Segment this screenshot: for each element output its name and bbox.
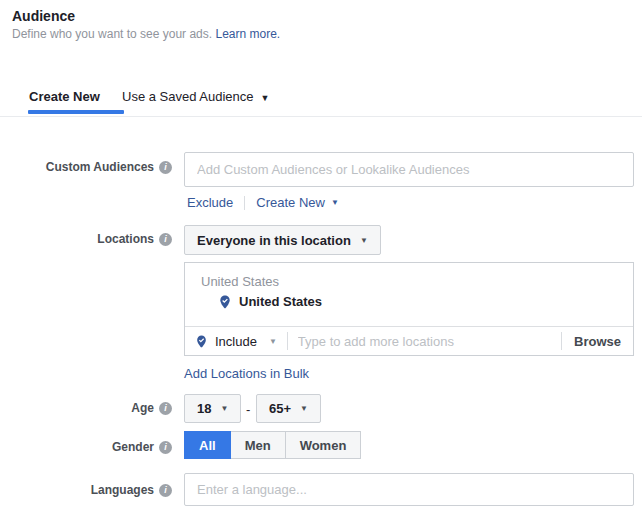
languages-label-text: Languages — [91, 483, 154, 497]
gender-option-all[interactable]: All — [184, 431, 231, 459]
locations-box: United States United States Include ▼ Br… — [184, 262, 634, 356]
include-dropdown-label: Include — [215, 334, 257, 349]
age-range-separator: - — [246, 402, 250, 417]
active-tab-underline — [28, 110, 124, 114]
caret-down-icon: ▼ — [220, 404, 228, 413]
gender-segmented-control: All Men Women — [184, 431, 361, 459]
exclude-link[interactable]: Exclude — [187, 195, 233, 210]
tab-create-new-label: Create New — [29, 89, 100, 104]
location-pin-icon — [195, 335, 208, 348]
gender-label-text: Gender — [112, 440, 154, 454]
include-dropdown[interactable]: Include ▼ — [195, 334, 277, 349]
create-new-link-label: Create New — [256, 195, 325, 210]
tabbar-divider — [0, 116, 642, 117]
gender-option-men[interactable]: Men — [230, 431, 286, 459]
age-label: Age i — [0, 401, 172, 415]
gender-label: Gender i — [0, 440, 172, 454]
info-icon[interactable]: i — [159, 233, 172, 246]
languages-label: Languages i — [0, 483, 172, 497]
page-subtitle-text: Define who you want to see your ads. — [12, 27, 212, 41]
locations-label: Locations i — [0, 232, 172, 246]
caret-down-icon: ▼ — [360, 236, 368, 245]
tab-saved-audience-label: Use a Saved Audience — [122, 89, 254, 104]
info-icon[interactable]: i — [159, 441, 172, 454]
page-subtitle: Define who you want to see your ads. Lea… — [12, 27, 280, 41]
tab-use-saved-audience[interactable]: Use a Saved Audience▼ — [122, 89, 269, 104]
browse-button[interactable]: Browse — [562, 334, 633, 349]
info-icon[interactable]: i — [159, 402, 172, 415]
age-max-dropdown[interactable]: 65+ ▼ — [256, 394, 321, 423]
location-group-header: United States — [201, 274, 279, 289]
custom-audiences-input[interactable] — [184, 152, 634, 187]
page-title: Audience — [12, 8, 75, 24]
tab-create-new[interactable]: Create New — [29, 89, 100, 104]
learn-more-link[interactable]: Learn more. — [215, 27, 280, 41]
custom-audiences-label: Custom Audiences i — [0, 160, 172, 174]
custom-audiences-label-text: Custom Audiences — [46, 160, 154, 174]
create-new-link[interactable]: Create New — [256, 195, 325, 210]
info-icon[interactable]: i — [159, 161, 172, 174]
location-pin-icon — [218, 295, 232, 309]
links-divider — [244, 196, 245, 210]
info-icon[interactable]: i — [159, 484, 172, 497]
age-min-dropdown[interactable]: 18 ▼ — [184, 394, 241, 423]
age-label-text: Age — [131, 401, 154, 415]
caret-down-icon: ▼ — [261, 93, 270, 103]
selected-location-name: United States — [239, 294, 322, 309]
location-scope-dropdown[interactable]: Everyone in this location ▼ — [184, 225, 381, 255]
custom-audiences-links: Exclude Create New ▼ — [187, 195, 339, 210]
locations-label-text: Locations — [97, 232, 154, 246]
location-scope-label: Everyone in this location — [197, 233, 351, 248]
caret-down-icon: ▼ — [331, 198, 339, 207]
age-min-value: 18 — [197, 401, 211, 416]
location-include-row: Include ▼ Browse — [185, 326, 633, 355]
audience-panel: Audience Define who you want to see your… — [0, 0, 642, 520]
gender-option-women[interactable]: Women — [285, 431, 362, 459]
caret-down-icon: ▼ — [300, 404, 308, 413]
age-max-value: 65+ — [269, 401, 291, 416]
languages-input[interactable] — [184, 473, 634, 506]
add-locations-bulk-link[interactable]: Add Locations in Bulk — [184, 366, 309, 381]
caret-down-icon: ▼ — [269, 337, 277, 346]
selected-location-item[interactable]: United States — [218, 294, 322, 309]
add-locations-input[interactable] — [288, 334, 551, 349]
